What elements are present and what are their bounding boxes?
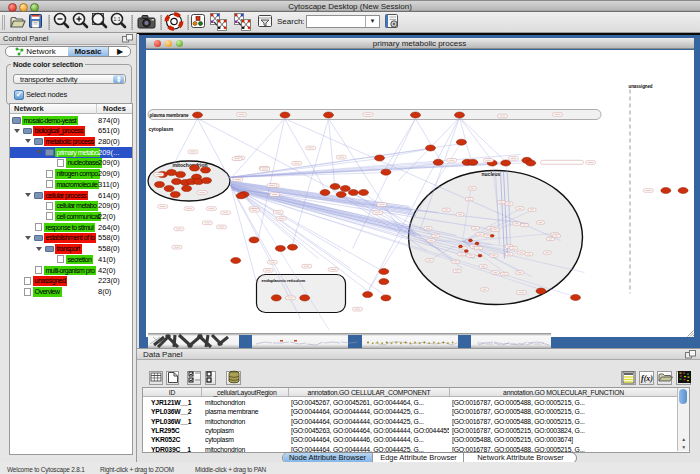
svg-text:1:1: 1:1 <box>114 16 121 22</box>
svg-text:nucleus: nucleus <box>481 170 500 176</box>
svg-text:f(x): f(x) <box>641 374 653 383</box>
svg-text:cytoplasm: cytoplasm <box>148 125 173 131</box>
svg-text:unassigned: unassigned <box>628 83 652 88</box>
svg-text:plasma membrane: plasma membrane <box>149 112 188 117</box>
